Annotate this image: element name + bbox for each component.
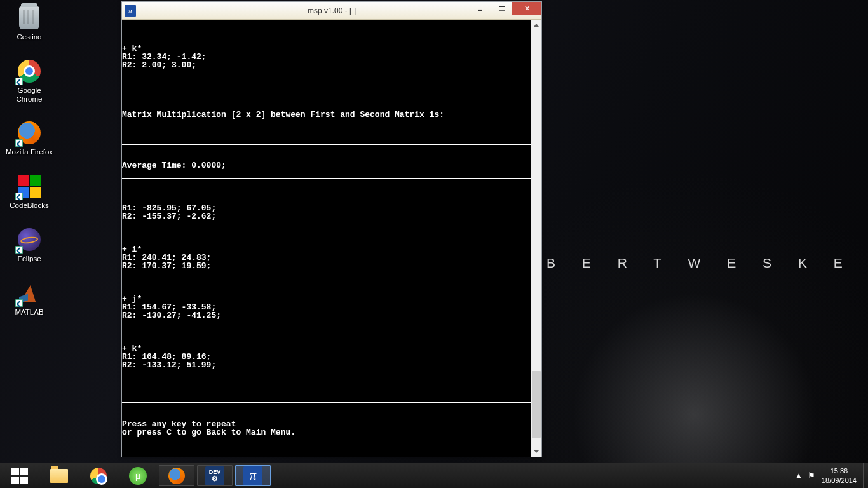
console-line [122,36,531,44]
codeblocks-icon [17,173,42,199]
chrome-icon [89,466,108,485]
close-button[interactable]: ✕ [512,2,541,15]
explorer-icon [50,466,69,485]
console-line [122,78,531,86]
taskbar-item-utorrent[interactable]: µ [118,463,158,488]
clock-time: 15:36 [822,466,857,475]
console-line [122,187,531,196]
console-line [122,127,531,135]
shortcut-overlay-icon [15,193,23,200]
console-line: R2: -133.12; 51.99; [122,361,531,369]
titlebar[interactable]: π msp v1.00 - [ ] 🗕 🗖 ✕ [122,2,541,20]
console-output[interactable]: + k*R1: 32.34; -1.42;R2: 2.00; 3.00; Mat… [122,20,531,457]
desktop-icons-area: CestinoGoogle ChromeMozilla FirefoxCodeB… [4,5,55,334]
console-line [122,28,531,36]
scroll-up-button[interactable] [531,20,541,30]
console-line [122,336,531,344]
wallpaper-text: B E R T W E S K E R [546,255,868,271]
desktop-icon-trash[interactable]: Cestino [4,5,55,42]
console-line [122,377,531,386]
taskbar-item-explorer[interactable] [39,463,79,488]
shortcut-overlay-icon [15,78,23,85]
console-line: _ [122,437,531,445]
console-line [122,179,531,187]
console-line [122,237,531,245]
matlab-icon [17,280,42,306]
action-center-icon[interactable]: ⚑ [805,463,818,489]
minimize-button[interactable]: 🗕 [469,2,491,15]
desktop-icon-chrome[interactable]: Google Chrome [4,58,55,104]
window-buttons: 🗕 🗖 ✕ [469,2,541,15]
taskbar-item-msp[interactable]: π [235,465,271,486]
desktop-icon-label: MATLAB [15,308,43,317]
taskbar-clock[interactable]: 15:36 18/09/2014 [818,466,863,485]
console-line: Matrix Multiplication [2 x 2] between Fi… [122,111,531,119]
desktop-icon-eclipse[interactable]: Eclipse [4,227,55,264]
console-line [122,278,531,287]
desktop-icon-label: Eclipse [17,255,41,264]
taskbar: µDEV⚙π ▲ ⚑ 15:36 18/09/2014 [0,463,868,488]
app-icon-pi: π [125,5,136,17]
desktop-icon-label: Cestino [17,33,42,42]
console-line: R2: 2.00; 3.00; [122,61,531,69]
console-line: R2: 170.37; 19.59; [122,262,531,270]
scroll-track[interactable] [531,30,541,446]
desktop-icon-firefox[interactable]: Mozilla Firefox [4,120,55,157]
console-line [122,135,531,144]
desktop-icon-label: Mozilla Firefox [6,148,53,157]
console-line [122,287,531,295]
firefox-icon [167,466,186,485]
utorrent-icon: µ [128,466,147,485]
console-line [122,229,531,237]
app-window-msp: π msp v1.00 - [ ] 🗕 🗖 ✕ + k*R1: 32.34; -… [121,1,542,458]
console-line [122,86,531,94]
console-line [122,145,531,153]
console-line [122,69,531,78]
desktop-icon-label: CodeBlocks [10,201,48,210]
devcpp-icon: DEV⚙ [205,466,224,485]
show-desktop-button[interactable] [863,463,868,489]
firefox-icon [17,120,42,146]
console-line [122,320,531,328]
desktop-icon-label: Google Chrome [4,86,54,104]
console-line [122,170,531,178]
chrome-icon [17,58,42,84]
maximize-button[interactable]: 🗖 [491,2,512,15]
scroll-down-button[interactable] [531,446,541,457]
taskbar-item-firefox[interactable] [159,465,194,486]
console-line: Average Time: 0.0000; [122,161,531,170]
console-line [122,386,531,394]
eclipse-icon [17,227,42,252]
console-line [122,403,531,412]
start-icon [10,466,29,485]
show-hidden-icons[interactable]: ▲ [792,463,805,489]
window-body: + k*R1: 32.34; -1.42;R2: 2.00; 3.00; Mat… [122,20,541,457]
console-line [122,220,531,229]
desktop-icon-codeblocks[interactable]: CodeBlocks [4,173,55,210]
taskbar-item-chrome[interactable] [79,463,118,488]
console-line [122,119,531,127]
console-line [122,328,531,336]
console-line: R2: -155.37; -2.62; [122,212,531,220]
shortcut-overlay-icon [15,139,23,147]
console-line [122,394,531,402]
console-line: or press C to go Back to Main Menu. [122,428,531,437]
console-line [122,94,531,102]
shortcut-overlay-icon [15,299,23,307]
msp-icon: π [243,466,262,485]
taskbar-items: µDEV⚙π [0,463,272,488]
clock-date: 18/09/2014 [822,476,857,485]
console-line [122,20,531,28]
console-line [122,369,531,377]
scroll-thumb[interactable] [532,371,541,438]
console-line [122,270,531,278]
taskbar-item-start[interactable] [0,463,39,488]
system-tray: ▲ ⚑ 15:36 18/09/2014 [792,463,868,488]
taskbar-item-devcpp[interactable]: DEV⚙ [197,465,233,486]
trash-icon [17,5,42,30]
vertical-scrollbar[interactable] [531,20,541,457]
console-line: R2: -130.27; -41.25; [122,311,531,320]
shortcut-overlay-icon [15,246,23,254]
desktop-icon-matlab[interactable]: MATLAB [4,280,55,317]
